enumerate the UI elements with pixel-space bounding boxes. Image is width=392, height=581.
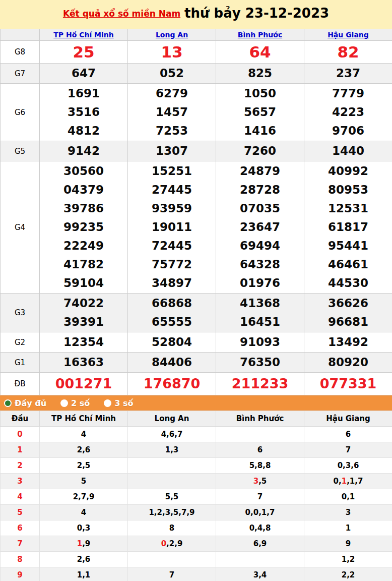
dau-value-cell: 0,4,8: [216, 520, 304, 536]
province-link-0[interactable]: TP Hồ Chí Minh: [53, 31, 113, 39]
dau-value-cell: 1,9: [40, 536, 128, 552]
province-header-cell: TP Hồ Chí Minh: [40, 29, 128, 41]
dau-digit-cell: 9: [1, 567, 40, 581]
prize-number: 825: [216, 64, 304, 83]
prize-cell: 001271: [40, 373, 128, 395]
prize-number: 12531: [304, 199, 392, 218]
prize-cell: 3662696681: [304, 294, 392, 332]
prize-number: 95441: [304, 237, 392, 255]
prize-number: 30560: [40, 162, 127, 181]
prize-cell: 25: [40, 41, 128, 64]
filter-option-0[interactable]: Đầy đủ: [4, 398, 46, 408]
dau-value-cell: 2,6: [40, 442, 128, 458]
prize-number: 22249: [40, 237, 127, 255]
prize-number: 24879: [216, 162, 304, 181]
dau-header-row: ĐầuTP Hồ Chí MinhLong AnBình PhướcHậu Gi…: [1, 411, 392, 427]
prize-number: 4223: [304, 103, 392, 122]
prize-number: 6279: [128, 84, 216, 103]
prize-cell: 24879287280703523647694946432801976: [216, 161, 304, 294]
results-table: TP Hồ Chí MinhLong AnBình PhướcHậu Giang…: [0, 29, 392, 395]
prize-row-label: ĐB: [1, 373, 40, 395]
prize-row-G5: G59142130772601440: [1, 141, 392, 161]
dau-value-cell: [216, 552, 304, 567]
filter-option-1[interactable]: 2 số: [60, 398, 90, 408]
prize-number: 1440: [304, 142, 392, 160]
dau-value-cell: 0,2,9: [128, 536, 216, 552]
prize-number: 7253: [128, 122, 216, 140]
dau-value-cell: [128, 474, 216, 489]
dau-digit-text: ,2,9: [166, 539, 182, 548]
dau-row-2: 22,55,8,80,3,6: [1, 458, 392, 474]
radio-icon[interactable]: [104, 399, 111, 407]
prize-number: 34897: [128, 274, 216, 293]
prize-cell: 6686865555: [128, 294, 216, 332]
dau-digit-cell: 0: [1, 427, 40, 442]
prize-number: 44530: [304, 274, 392, 293]
dau-province-header-cell: Long An: [128, 411, 216, 427]
prize-number: 1307: [128, 142, 216, 160]
dau-value-cell: 1,3: [128, 442, 216, 458]
prize-cell: 52804: [128, 332, 216, 353]
prize-number: 27445: [128, 181, 216, 199]
prize-cell: 40992809531253161817954414646144530: [304, 161, 392, 294]
dau-value-cell: 6,9: [216, 536, 304, 552]
region-title-link[interactable]: Kết quả xổ số miền Nam: [63, 9, 180, 19]
prize-number: 28728: [216, 181, 304, 199]
prize-number: 176870: [128, 373, 216, 394]
prize-cell: 30560043793978699235222494178259104: [40, 161, 128, 294]
prize-cell: 84406: [128, 353, 216, 373]
prize-cell: 7402239391: [40, 294, 128, 332]
prize-number: 59104: [40, 274, 127, 293]
dau-digit-cell: 8: [1, 552, 40, 567]
dau-digit-cell: 7: [1, 536, 40, 552]
filter-option-label: Đầy đủ: [15, 398, 46, 408]
prize-cell: 80920: [304, 353, 392, 373]
province-link-1[interactable]: Long An: [156, 31, 188, 39]
dau-value-cell: 4,6,7: [128, 427, 216, 442]
province-link-2[interactable]: Bình Phước: [238, 31, 282, 39]
filter-option-2[interactable]: 3 số: [104, 398, 133, 408]
prize-number: 5657: [216, 103, 304, 122]
prize-row-label: G4: [1, 161, 40, 294]
dau-table: ĐầuTP Hồ Chí MinhLong AnBình PhướcHậu Gi…: [0, 411, 392, 581]
prize-number: 91093: [216, 333, 304, 352]
province-link-3[interactable]: Hậu Giang: [328, 31, 369, 39]
prize-cell: 1307: [128, 141, 216, 161]
dau-digit-text: ,1,7: [347, 477, 363, 486]
prize-cell: 4136816451: [216, 294, 304, 332]
prize-cell: 777942239706: [304, 84, 392, 141]
province-header-cell: Bình Phước: [216, 29, 304, 41]
prize-number: 16363: [40, 353, 127, 372]
prize-row-label: G3: [1, 294, 40, 332]
dau-red-digit: 1: [342, 477, 347, 486]
dau-value-cell: 5,8,8: [216, 458, 304, 474]
dau-red-digit: 0: [161, 539, 166, 548]
dau-value-cell: 6: [216, 442, 304, 458]
province-header-cell: Long An: [128, 29, 216, 41]
prize-number: 19011: [128, 218, 216, 237]
prize-cell: 13: [128, 41, 216, 64]
prize-row-G6: G616913516481262791457725310505657141677…: [1, 84, 392, 141]
radio-dot: [5, 400, 11, 406]
dau-value-cell: [128, 458, 216, 474]
prize-number: 76350: [216, 353, 304, 372]
radio-selected-icon[interactable]: [4, 399, 12, 407]
dau-value-cell: 0,3: [40, 520, 128, 536]
dau-digit-cell: 1: [1, 442, 40, 458]
filter-option-label: 3 số: [114, 398, 133, 408]
dau-digit-text: ,5: [258, 477, 267, 486]
dau-row-9: 91,173,42,2: [1, 567, 392, 581]
dau-red-digit: 1: [77, 539, 82, 548]
prize-cell: 237: [304, 64, 392, 84]
dau-value-cell: 7: [128, 567, 216, 581]
prize-number: 66868: [128, 294, 216, 313]
prize-cell: 64: [216, 41, 304, 64]
prize-row-label: G1: [1, 353, 40, 373]
prize-row-G2: G212354528049109313492: [1, 332, 392, 353]
prize-number: 80953: [304, 181, 392, 199]
radio-icon[interactable]: [60, 399, 68, 407]
prize-cell: 169135164812: [40, 84, 128, 141]
dau-value-cell: 0,0,1,7: [216, 505, 304, 520]
prize-number: 93959: [128, 199, 216, 218]
dau-value-cell: 3,5: [216, 474, 304, 489]
